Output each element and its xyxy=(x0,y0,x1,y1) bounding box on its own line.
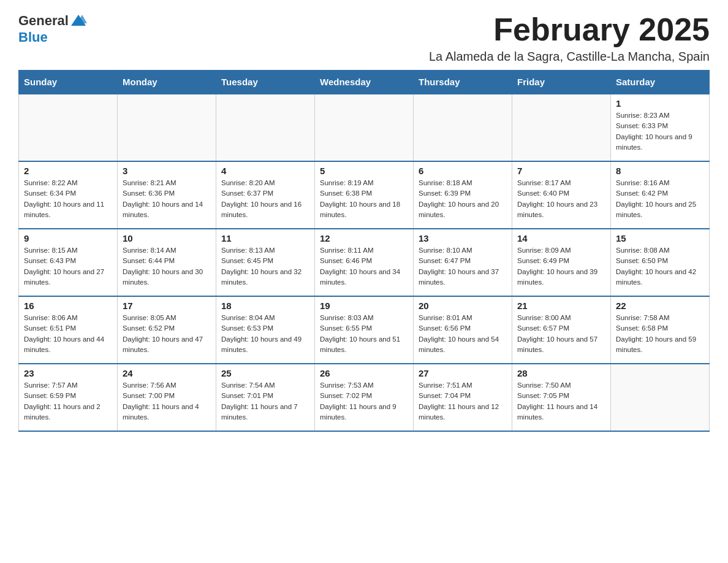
day-number: 24 xyxy=(123,368,211,378)
day-number: 14 xyxy=(517,233,605,243)
day-info: Sunrise: 8:15 AMSunset: 6:43 PMDaylight:… xyxy=(24,245,112,288)
day-number: 16 xyxy=(24,301,112,311)
day-number: 19 xyxy=(320,301,408,311)
table-row: 2Sunrise: 8:22 AMSunset: 6:34 PMDaylight… xyxy=(19,161,118,229)
header-saturday: Saturday xyxy=(611,71,710,94)
table-row: 15Sunrise: 8:08 AMSunset: 6:50 PMDayligh… xyxy=(611,229,710,296)
day-number: 20 xyxy=(419,301,507,311)
header-monday: Monday xyxy=(118,71,216,94)
day-number: 21 xyxy=(517,301,605,311)
day-number: 9 xyxy=(24,233,112,243)
day-info: Sunrise: 7:58 AMSunset: 6:58 PMDaylight:… xyxy=(616,313,704,355)
table-row: 5Sunrise: 8:19 AMSunset: 6:38 PMDaylight… xyxy=(315,161,414,229)
weekday-header-row: Sunday Monday Tuesday Wednesday Thursday… xyxy=(19,71,710,94)
day-info: Sunrise: 8:10 AMSunset: 6:47 PMDaylight:… xyxy=(419,245,507,288)
logo-icon xyxy=(70,12,87,29)
day-info: Sunrise: 8:03 AMSunset: 6:55 PMDaylight:… xyxy=(320,313,408,355)
day-info: Sunrise: 7:53 AMSunset: 7:02 PMDaylight:… xyxy=(320,380,408,423)
logo-text-general: General xyxy=(18,13,69,29)
week-row-1: 1Sunrise: 8:23 AMSunset: 6:33 PMDaylight… xyxy=(19,94,710,161)
day-info: Sunrise: 8:19 AMSunset: 6:38 PMDaylight:… xyxy=(320,178,408,220)
table-row xyxy=(611,364,710,431)
day-info: Sunrise: 8:22 AMSunset: 6:34 PMDaylight:… xyxy=(24,178,112,220)
table-row: 14Sunrise: 8:09 AMSunset: 6:49 PMDayligh… xyxy=(512,229,611,296)
table-row: 19Sunrise: 8:03 AMSunset: 6:55 PMDayligh… xyxy=(315,296,414,364)
table-row: 20Sunrise: 8:01 AMSunset: 6:56 PMDayligh… xyxy=(414,296,512,364)
header-thursday: Thursday xyxy=(414,71,512,94)
day-number: 28 xyxy=(517,368,605,378)
day-number: 11 xyxy=(221,233,309,243)
header-sunday: Sunday xyxy=(19,71,118,94)
table-row: 24Sunrise: 7:56 AMSunset: 7:00 PMDayligh… xyxy=(118,364,216,431)
day-info: Sunrise: 8:14 AMSunset: 6:44 PMDaylight:… xyxy=(123,245,211,288)
table-row: 7Sunrise: 8:17 AMSunset: 6:40 PMDaylight… xyxy=(512,161,611,229)
day-number: 13 xyxy=(419,233,507,243)
day-number: 25 xyxy=(221,368,309,378)
header-friday: Friday xyxy=(512,71,611,94)
day-info: Sunrise: 8:20 AMSunset: 6:37 PMDaylight:… xyxy=(221,178,309,220)
day-number: 5 xyxy=(320,166,408,176)
day-number: 6 xyxy=(419,166,507,176)
day-info: Sunrise: 8:13 AMSunset: 6:45 PMDaylight:… xyxy=(221,245,309,288)
day-number: 12 xyxy=(320,233,408,243)
week-row-5: 23Sunrise: 7:57 AMSunset: 6:59 PMDayligh… xyxy=(19,364,710,431)
day-info: Sunrise: 8:08 AMSunset: 6:50 PMDaylight:… xyxy=(616,245,704,288)
day-info: Sunrise: 7:57 AMSunset: 6:59 PMDaylight:… xyxy=(24,380,112,423)
day-info: Sunrise: 8:06 AMSunset: 6:51 PMDaylight:… xyxy=(24,313,112,355)
table-row: 21Sunrise: 8:00 AMSunset: 6:57 PMDayligh… xyxy=(512,296,611,364)
table-row xyxy=(216,94,315,161)
table-row: 4Sunrise: 8:20 AMSunset: 6:37 PMDaylight… xyxy=(216,161,315,229)
table-row xyxy=(414,94,512,161)
day-info: Sunrise: 7:54 AMSunset: 7:01 PMDaylight:… xyxy=(221,380,309,423)
day-info: Sunrise: 8:11 AMSunset: 6:46 PMDaylight:… xyxy=(320,245,408,288)
header-wednesday: Wednesday xyxy=(315,71,414,94)
day-number: 17 xyxy=(123,301,211,311)
day-info: Sunrise: 7:51 AMSunset: 7:04 PMDaylight:… xyxy=(419,380,507,423)
table-row xyxy=(512,94,611,161)
day-info: Sunrise: 8:18 AMSunset: 6:39 PMDaylight:… xyxy=(419,178,507,220)
table-row: 26Sunrise: 7:53 AMSunset: 7:02 PMDayligh… xyxy=(315,364,414,431)
title-block: February 2025 La Alameda de la Sagra, Ca… xyxy=(429,12,710,64)
month-year-title: February 2025 xyxy=(429,12,710,47)
table-row: 27Sunrise: 7:51 AMSunset: 7:04 PMDayligh… xyxy=(414,364,512,431)
table-row: 12Sunrise: 8:11 AMSunset: 6:46 PMDayligh… xyxy=(315,229,414,296)
day-number: 8 xyxy=(616,166,704,176)
day-number: 3 xyxy=(123,166,211,176)
table-row: 16Sunrise: 8:06 AMSunset: 6:51 PMDayligh… xyxy=(19,296,118,364)
day-number: 26 xyxy=(320,368,408,378)
day-info: Sunrise: 7:50 AMSunset: 7:05 PMDaylight:… xyxy=(517,380,605,423)
day-info: Sunrise: 8:23 AMSunset: 6:33 PMDaylight:… xyxy=(616,110,704,153)
table-row: 6Sunrise: 8:18 AMSunset: 6:39 PMDaylight… xyxy=(414,161,512,229)
week-row-4: 16Sunrise: 8:06 AMSunset: 6:51 PMDayligh… xyxy=(19,296,710,364)
day-info: Sunrise: 7:56 AMSunset: 7:00 PMDaylight:… xyxy=(123,380,211,423)
day-info: Sunrise: 8:01 AMSunset: 6:56 PMDaylight:… xyxy=(419,313,507,355)
header-tuesday: Tuesday xyxy=(216,71,315,94)
week-row-2: 2Sunrise: 8:22 AMSunset: 6:34 PMDaylight… xyxy=(19,161,710,229)
day-info: Sunrise: 8:16 AMSunset: 6:42 PMDaylight:… xyxy=(616,178,704,220)
day-number: 10 xyxy=(123,233,211,243)
week-row-3: 9Sunrise: 8:15 AMSunset: 6:43 PMDaylight… xyxy=(19,229,710,296)
day-info: Sunrise: 8:05 AMSunset: 6:52 PMDaylight:… xyxy=(123,313,211,355)
day-number: 27 xyxy=(419,368,507,378)
logo: General Blue xyxy=(18,12,87,45)
day-number: 1 xyxy=(616,98,704,109)
day-info: Sunrise: 8:17 AMSunset: 6:40 PMDaylight:… xyxy=(517,178,605,220)
table-row: 10Sunrise: 8:14 AMSunset: 6:44 PMDayligh… xyxy=(118,229,216,296)
day-number: 22 xyxy=(616,301,704,311)
day-info: Sunrise: 8:04 AMSunset: 6:53 PMDaylight:… xyxy=(221,313,309,355)
day-number: 2 xyxy=(24,166,112,176)
table-row: 17Sunrise: 8:05 AMSunset: 6:52 PMDayligh… xyxy=(118,296,216,364)
table-row: 28Sunrise: 7:50 AMSunset: 7:05 PMDayligh… xyxy=(512,364,611,431)
table-row: 18Sunrise: 8:04 AMSunset: 6:53 PMDayligh… xyxy=(216,296,315,364)
table-row: 13Sunrise: 8:10 AMSunset: 6:47 PMDayligh… xyxy=(414,229,512,296)
calendar-table: Sunday Monday Tuesday Wednesday Thursday… xyxy=(18,70,710,432)
location-subtitle: La Alameda de la Sagra, Castille-La Manc… xyxy=(429,50,710,64)
table-row: 22Sunrise: 7:58 AMSunset: 6:58 PMDayligh… xyxy=(611,296,710,364)
day-info: Sunrise: 8:00 AMSunset: 6:57 PMDaylight:… xyxy=(517,313,605,355)
day-number: 23 xyxy=(24,368,112,378)
table-row xyxy=(118,94,216,161)
table-row: 8Sunrise: 8:16 AMSunset: 6:42 PMDaylight… xyxy=(611,161,710,229)
page-header: General Blue February 2025 La Alameda de… xyxy=(18,12,710,64)
table-row: 25Sunrise: 7:54 AMSunset: 7:01 PMDayligh… xyxy=(216,364,315,431)
table-row xyxy=(19,94,118,161)
